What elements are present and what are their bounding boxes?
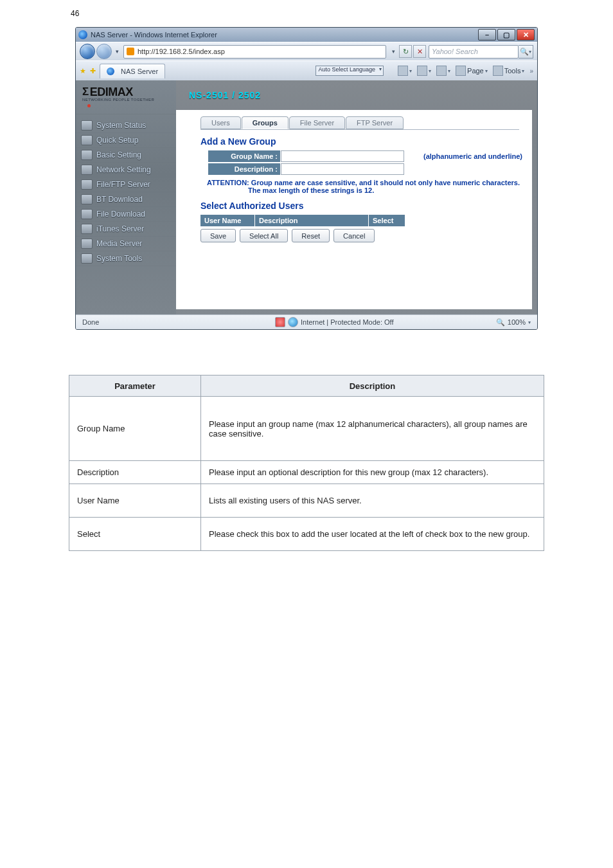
label-description: Description : — [208, 163, 280, 175]
sidebar-item-network-setting[interactable]: Network Setting — [76, 163, 176, 177]
url-dropdown[interactable]: ▾ — [389, 48, 398, 55]
history-dropdown[interactable]: ▾ — [113, 48, 121, 55]
nav-icon — [81, 135, 93, 145]
sidebar-item-system-tools[interactable]: System Tools — [76, 251, 176, 266]
nav-icon — [81, 253, 93, 264]
doc-td: Please check this box to add the user lo… — [201, 518, 544, 551]
tab-label: NAS Server — [121, 68, 158, 75]
cancel-button[interactable]: Cancel — [333, 229, 375, 242]
heading-add-group: Add a New Group — [200, 136, 532, 147]
model-label: NS-2501 / 2502 — [189, 90, 261, 100]
zoom-value: 100% — [508, 318, 526, 326]
sidebar-item-quick-setup[interactable]: Quick Setup — [76, 133, 176, 148]
nav-icon — [81, 120, 93, 131]
overflow-icon[interactable]: » — [529, 68, 533, 75]
label-group-name: Group Name : — [208, 150, 280, 162]
tools-menu[interactable]: Tools▾ — [493, 66, 525, 76]
reset-button[interactable]: Reset — [292, 229, 330, 242]
button-row: Save Select All Reset Cancel — [200, 229, 532, 242]
sidebar-item-file-ftp-server[interactable]: File/FTP Server — [76, 177, 176, 192]
sidebar-item-basic-setting[interactable]: Basic Setting — [76, 148, 176, 163]
ie-icon — [78, 30, 87, 39]
content-panel: Users Groups File Server FTP Server Add … — [176, 110, 532, 309]
brand-logo: ΣEDIMAX — [82, 87, 176, 97]
zoom-icon[interactable]: 🔍 — [496, 318, 505, 327]
add-favorite-icon[interactable]: ✚ — [90, 67, 96, 75]
brand-tagline: NETWORKING PEOPLE TOGETHER — [82, 98, 176, 102]
zone-icon — [288, 317, 298, 327]
feeds-menu[interactable]: ▾ — [417, 66, 431, 76]
back-button[interactable] — [80, 44, 95, 59]
minimize-button[interactable]: – — [478, 29, 496, 41]
attention-text: ATTENTION: Group name are case sensitive… — [207, 179, 532, 194]
app-content: ΣEDIMAX NETWORKING PEOPLE TOGETHER Syste… — [76, 80, 537, 314]
zoom-dropdown[interactable]: ▾ — [528, 320, 531, 325]
print-icon — [436, 66, 447, 76]
window-title: NAS Server - Windows Internet Explorer — [91, 31, 217, 39]
status-zone: Internet | Protected Mode: Off — [301, 318, 394, 326]
nav-icon — [81, 150, 93, 160]
doc-th-description: Description — [201, 375, 544, 397]
select-all-button[interactable]: Select All — [240, 229, 288, 242]
status-bar: Done Internet | Protected Mode: Off 🔍 10… — [76, 314, 537, 329]
tab-ftp-server[interactable]: FTP Server — [346, 116, 404, 129]
tab-users[interactable]: Users — [200, 116, 241, 129]
users-table-header: User Name Description Select — [200, 215, 532, 226]
maximize-button[interactable]: ▢ — [497, 29, 515, 41]
refresh-button[interactable]: ↻ — [399, 45, 412, 58]
sidebar-item-bt-download[interactable]: BT Download — [76, 192, 176, 207]
browser-tab[interactable]: NAS Server — [100, 64, 165, 78]
doc-td: Description — [69, 461, 201, 484]
site-icon — [127, 48, 134, 55]
heading-select-users: Select Authorized Users — [200, 201, 532, 211]
nav-icon — [81, 194, 93, 204]
language-select[interactable]: Auto Select Language — [315, 66, 384, 76]
hint-alnum: (alphanumeric and underline) — [423, 152, 522, 160]
doc-th-parameter: Parameter — [69, 375, 201, 397]
nav-icon — [81, 224, 93, 234]
page-number: 46 — [71, 9, 613, 18]
window-titlebar: NAS Server - Windows Internet Explorer –… — [76, 28, 537, 42]
input-description[interactable] — [281, 163, 404, 175]
sidebar-item-file-download[interactable]: File Download — [76, 207, 176, 222]
tab-underline — [200, 129, 519, 130]
stop-button[interactable]: ✕ — [413, 45, 426, 58]
search-box[interactable]: Yahoo! Search — [429, 45, 519, 59]
address-bar: ▾ http://192.168.2.5/index.asp ▾ ↻ ✕ Yah… — [76, 42, 537, 60]
save-button[interactable]: Save — [200, 229, 236, 242]
favorites-star-icon[interactable]: ★ — [80, 67, 86, 75]
sidebar-item-system-status[interactable]: System Status — [76, 118, 176, 133]
command-bar: ★ ✚ NAS Server Auto Select Language ▾ ▾ … — [76, 60, 537, 80]
forward-button[interactable] — [96, 44, 112, 59]
nav-icon — [81, 239, 93, 249]
sidebar: ΣEDIMAX NETWORKING PEOPLE TOGETHER Syste… — [76, 80, 176, 314]
brand-dot-icon — [87, 104, 91, 107]
search-placeholder: Yahoo! Search — [432, 48, 478, 55]
col-description: Description — [255, 215, 368, 226]
tab-groups[interactable]: Groups — [242, 116, 289, 129]
url-text: http://192.168.2.5/index.asp — [138, 48, 225, 55]
feeds-icon — [417, 66, 427, 76]
tab-file-server[interactable]: File Server — [289, 116, 345, 129]
nav-icon — [81, 209, 93, 219]
security-icon — [275, 317, 285, 327]
sidebar-item-media-server[interactable]: Media Server — [76, 237, 176, 251]
status-left: Done — [82, 318, 275, 326]
sidebar-nav: System Status Quick Setup Basic Setting … — [76, 118, 176, 266]
page-icon — [456, 66, 466, 76]
close-button[interactable]: ✕ — [517, 29, 535, 41]
sidebar-item-itunes-server[interactable]: iTunes Server — [76, 222, 176, 237]
nav-icon — [81, 179, 93, 190]
doc-td: User Name — [69, 484, 201, 518]
doc-parameter-table: Parameter Description Group NamePlease i… — [69, 375, 544, 551]
home-menu[interactable]: ▾ — [398, 66, 412, 76]
tab-favicon-icon — [107, 68, 114, 75]
url-field[interactable]: http://192.168.2.5/index.asp — [123, 45, 386, 59]
col-select: Select — [369, 215, 405, 226]
print-menu[interactable]: ▾ — [436, 66, 450, 76]
brand-block: ΣEDIMAX NETWORKING PEOPLE TOGETHER — [76, 80, 176, 114]
browser-window: NAS Server - Windows Internet Explorer –… — [75, 27, 538, 330]
input-group-name[interactable] — [281, 150, 404, 162]
page-menu[interactable]: Page▾ — [456, 66, 488, 76]
search-button[interactable]: 🔍▾ — [519, 45, 533, 59]
